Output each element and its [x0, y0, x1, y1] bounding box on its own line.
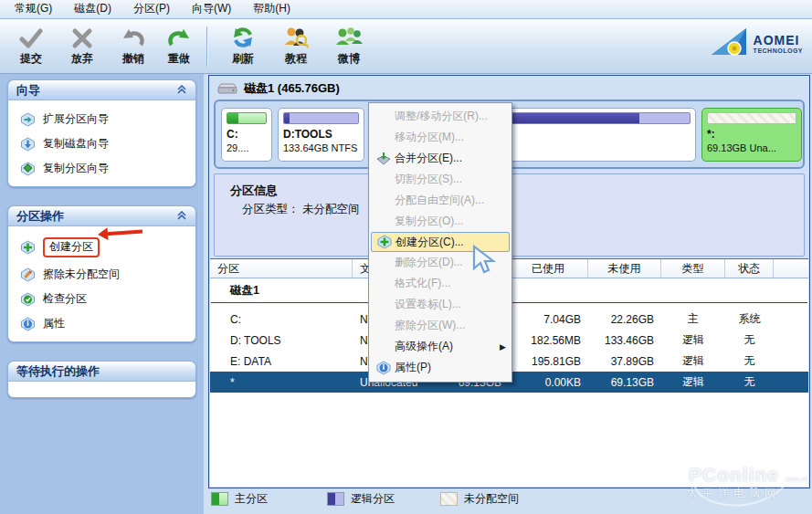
col-unused[interactable]: 未使用 [588, 259, 661, 278]
undo-arrow-icon [110, 24, 157, 49]
menu-item-split-partition[interactable]: 切割分区(S)... [369, 169, 511, 190]
redo-arrow-icon [155, 24, 203, 49]
pending-operations-panel-header[interactable]: 等待执行的操作 [7, 361, 196, 382]
copy-disk-wizard-icon [20, 137, 36, 152]
undo-button[interactable]: 撤销 [110, 24, 157, 69]
toolbar: 提交 放弃 撤销 重做 刷新 教程 微博 [0, 19, 812, 74]
menu-item-allocate-free-space[interactable]: 分配自由空间(A)... [369, 190, 511, 211]
legend-logical: 逻辑分区 [327, 490, 395, 507]
menu-general[interactable]: 常规(G) [4, 0, 63, 19]
menu-help[interactable]: 帮助(H) [242, 0, 301, 19]
sidebar-item-check-partition[interactable]: 检查分区 [8, 287, 195, 311]
legend-unallocated: 未分配空间 [440, 490, 519, 507]
pconline-watermark: PConline .com.cn 太平洋电脑网 [676, 449, 812, 513]
menu-wizard[interactable]: 向导(W) [181, 0, 242, 19]
menubar: 常规(G) 磁盘(D) 分区(P) 向导(W) 帮助(H) [0, 0, 812, 19]
partition-block-d[interactable]: D:TOOLS 133.64GB NTFS [278, 108, 364, 162]
disk-icon [217, 81, 237, 96]
partition-operations-panel-header[interactable]: 分区操作 [7, 205, 196, 226]
toolbar-separator [206, 26, 207, 67]
extend-partition-wizard-icon [20, 112, 36, 127]
redo-button[interactable]: 重做 [155, 24, 203, 69]
partition-d-usage-bar [283, 112, 359, 124]
legend-primary: 主分区 [211, 490, 268, 507]
disk-header: 磁盘1 (465.76GB) [217, 80, 340, 97]
col-status[interactable]: 状态 [725, 259, 774, 278]
sidebar-item-properties[interactable]: 属性 [8, 311, 195, 336]
menu-item-advanced-operations[interactable]: 高级操作(A) ▶ [369, 336, 511, 357]
submenu-arrow-icon: ▶ [500, 342, 506, 351]
discard-button[interactable]: 放弃 [58, 24, 106, 69]
wipe-unallocated-icon [20, 267, 36, 282]
partition-block-c[interactable]: C: 29.... [221, 108, 272, 162]
disk-title: 磁盘1 (465.76GB) [244, 80, 340, 97]
discard-x-icon [58, 24, 106, 49]
refresh-icon [219, 24, 267, 49]
unallocated-usage-bar [707, 112, 796, 124]
partition-block-unallocated-selected[interactable]: *: 69.13GB Una... [701, 108, 802, 162]
tutorial-people-icon [272, 24, 320, 49]
menu-item-copy-partition[interactable]: 复制分区(O)... [369, 211, 511, 232]
check-partition-icon [20, 292, 36, 307]
create-partition-icon [20, 240, 36, 255]
pending-operations-list [7, 382, 196, 398]
unallocated-swatch-icon [440, 492, 458, 506]
menu-item-properties[interactable]: 属性(P) [369, 357, 511, 378]
copy-partition-wizard-icon [20, 162, 36, 176]
properties-icon [373, 361, 395, 375]
aomei-partition-assistant-window: { "menubar": { "items": ["常规(G)", "磁盘(D)… [0, 0, 812, 514]
collapse-chevron-icon[interactable] [176, 211, 187, 221]
menu-partition[interactable]: 分区(P) [122, 0, 181, 19]
weibo-people-icon [325, 24, 373, 49]
menu-item-merge-partition[interactable]: 合并分区(E)... [369, 148, 511, 169]
create-partition-icon [374, 235, 395, 249]
primary-swatch-icon [211, 492, 228, 506]
menu-item-set-label[interactable]: 设置卷标(L)... [369, 294, 511, 315]
menu-disk[interactable]: 磁盘(D) [63, 0, 122, 19]
pending-operations-panel: 等待执行的操作 [7, 361, 196, 398]
col-partition[interactable]: 分区 [210, 259, 353, 278]
menu-item-move-partition[interactable]: 移动分区(M)... [369, 127, 511, 148]
wizards-panel-header[interactable]: 向导 [7, 79, 196, 100]
weibo-button[interactable]: 微博 [325, 24, 373, 69]
col-used[interactable]: 已使用 [509, 259, 588, 278]
partition-c-usage-bar [227, 112, 267, 124]
menu-item-resize-move[interactable]: 调整/移动分区(R)... [369, 106, 511, 127]
logo-subtitle: TECHNOLOGY [754, 47, 803, 54]
sidebar: 向导 扩展分区向导 复制磁盘向导 复制分区向导 分区操作 [0, 74, 204, 514]
sidebar-item-wipe-unallocated-space[interactable]: 擦除未分配空间 [8, 262, 195, 287]
col-type[interactable]: 类型 [661, 259, 725, 278]
aomei-logo-icon [710, 26, 748, 59]
logical-swatch-icon [327, 492, 344, 506]
logo-title: AOMEI [754, 33, 803, 47]
mouse-cursor-icon [470, 245, 501, 280]
collapse-chevron-icon[interactable] [176, 85, 187, 95]
sidebar-item-copy-disk-wizard[interactable]: 复制磁盘向导 [8, 131, 195, 156]
merge-partition-icon [373, 152, 395, 166]
menu-item-wipe-partition[interactable]: 擦除分区(W)... [369, 315, 511, 336]
sidebar-item-extend-partition-wizard[interactable]: 扩展分区向导 [8, 107, 195, 131]
refresh-button[interactable]: 刷新 [219, 24, 267, 69]
wizards-panel: 向导 扩展分区向导 复制磁盘向导 复制分区向导 [7, 79, 196, 187]
partition-type-line: 分区类型： 未分配空间 [242, 202, 359, 217]
tutorial-button[interactable]: 教程 [272, 24, 320, 69]
aomei-logo: AOMEI TECHNOLOGY [710, 26, 803, 59]
sidebar-item-copy-partition-wizard[interactable]: 复制分区向导 [8, 156, 195, 181]
commit-check-icon [7, 24, 55, 49]
partition-operations-panel: 分区操作 创建分区 擦除未分配空间 检查分区 属性 [7, 205, 196, 342]
commit-button[interactable]: 提交 [7, 24, 55, 69]
context-menu: 调整/移动分区(R)... 移动分区(M)... 合并分区(E)... 切割分区… [368, 102, 512, 383]
partition-info-title: 分区信息 [230, 183, 278, 199]
properties-icon [20, 317, 36, 331]
